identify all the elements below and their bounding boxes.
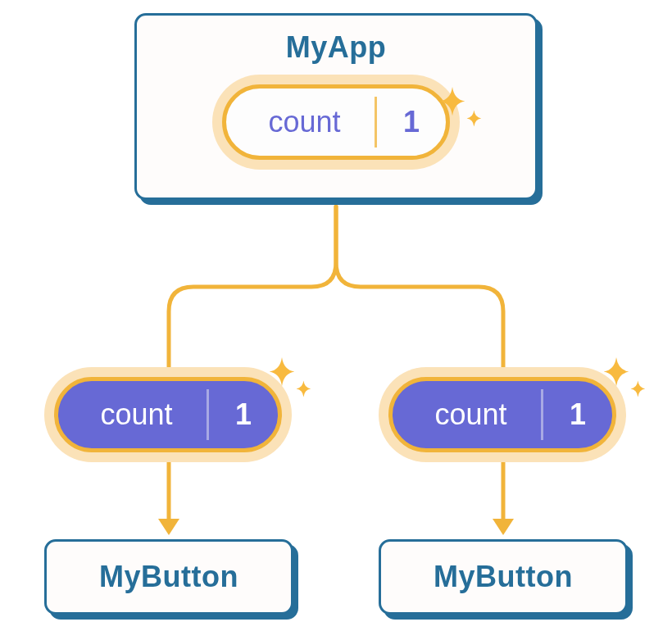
prop-pill-value: 1: [209, 397, 278, 432]
prop-pill-label: count: [393, 397, 541, 432]
prop-pill-right: count 1: [388, 377, 616, 452]
child-component-card-left: MyButton: [44, 539, 293, 615]
state-pill-value: 1: [377, 105, 446, 139]
parent-component-title: MyApp: [286, 30, 387, 65]
state-pill-parent: count 1: [222, 84, 450, 160]
child-component-card-right: MyButton: [379, 539, 628, 615]
state-pill-label: count: [226, 105, 375, 139]
child-component-title: MyButton: [434, 560, 573, 594]
prop-pill-value: 1: [543, 397, 612, 432]
prop-pill-left: count 1: [54, 377, 282, 452]
child-component-title: MyButton: [99, 560, 238, 594]
prop-pill-label: count: [58, 397, 207, 432]
parent-component-card: MyApp count 1: [134, 13, 538, 200]
